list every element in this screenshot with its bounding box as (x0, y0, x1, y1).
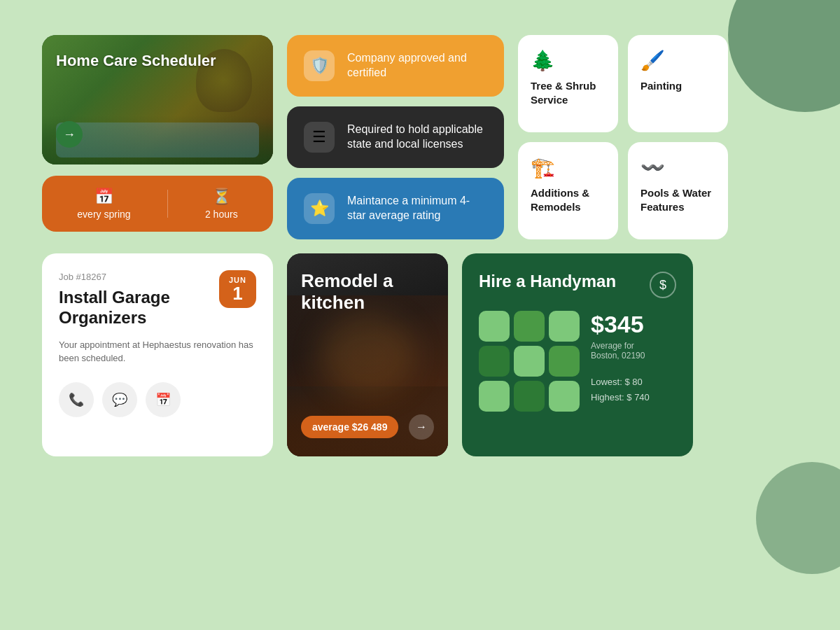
handyman-body: $345 Average for Boston, 02190 Lowest: $… (479, 311, 676, 412)
remodel-bottom: average $26 489 → (301, 414, 434, 440)
service-card-tree[interactable]: 🌲 Tree & Shrub Service (518, 35, 618, 132)
handyman-highest: Highest: $ 740 (591, 390, 676, 405)
calendar-button[interactable]: 📅 (146, 382, 181, 417)
job-description: Your appointment at Hephaestus renovatio… (59, 338, 256, 365)
service-pools-name: Pools & Water Features (640, 186, 715, 214)
grid-block-1 (479, 311, 510, 342)
schedule-item-duration: ⏳ 2 hours (205, 188, 238, 220)
home-care-arrow-button[interactable]: → (56, 121, 83, 148)
handyman-grid (479, 311, 580, 412)
job-date-badge: JUN 1 (219, 270, 256, 308)
remodel-arrow[interactable]: → (409, 414, 434, 440)
job-date-day: 1 (229, 284, 246, 302)
badge-licenses-text: Required to hold applicable state and lo… (347, 122, 487, 152)
schedule-frequency-label: every spring (77, 209, 130, 220)
grid-block-5 (514, 346, 545, 377)
handyman-card: Hire a Handyman $ $345 (462, 253, 693, 456)
painting-icon: 🖌️ (640, 49, 715, 72)
handyman-price-info: $345 Average for Boston, 02190 Lowest: $… (591, 311, 676, 405)
grid-block-7 (479, 381, 510, 412)
job-card: Job #18267 Install Garage Organizers JUN… (42, 253, 273, 456)
job-actions: 📞 💬 📅 (59, 382, 256, 417)
star-icon: ⭐ (304, 193, 335, 224)
remodel-price-badge: average $26 489 (301, 416, 398, 438)
badge-licenses: ☰ Required to hold applicable state and … (287, 106, 504, 168)
schedule-divider (167, 190, 168, 218)
message-button[interactable]: 💬 (102, 382, 137, 417)
schedule-item-frequency: 📅 every spring (77, 188, 130, 220)
shield-icon: 🛡️ (304, 50, 335, 81)
grid-block-2 (514, 311, 545, 342)
remodel-title: Remodel a kitchen (301, 270, 434, 314)
badge-approved: 🛡️ Company approved and certified (287, 35, 504, 97)
pools-icon: 〰️ (640, 156, 715, 179)
handyman-header: Hire a Handyman $ (479, 272, 676, 298)
handyman-title: Hire a Handyman (479, 272, 616, 292)
service-additions-name: Additions & Remodels (531, 186, 606, 214)
home-care-overlay: Home Care Scheduler → (42, 35, 273, 164)
grid-block-8 (514, 381, 545, 412)
column-3: 🌲 Tree & Shrub Service 🖌️ Painting 🏗️ Ad… (518, 35, 728, 239)
service-painting-name: Painting (640, 79, 715, 93)
calendar-icon: 📅 (94, 188, 113, 206)
service-card-additions[interactable]: 🏗️ Additions & Remodels (518, 142, 618, 239)
handyman-price: $345 (591, 311, 676, 338)
call-button[interactable]: 📞 (59, 382, 94, 417)
handyman-average-label: Average for Boston, 02190 (591, 341, 676, 360)
list-icon: ☰ (304, 122, 335, 153)
remodel-card[interactable]: Remodel a kitchen average $26 489 → (287, 253, 448, 456)
badge-rating: ⭐ Maintance a minimum 4-star average rat… (287, 178, 504, 239)
hourglass-icon: ⏳ (212, 188, 231, 206)
remodel-content: Remodel a kitchen average $26 489 → (287, 253, 448, 456)
column-2: 🛡️ Company approved and certified ☰ Requ… (287, 35, 504, 239)
home-care-title: Home Care Scheduler (56, 52, 259, 70)
additions-icon: 🏗️ (531, 156, 606, 179)
column-1: Home Care Scheduler → 📅 every spring ⏳ 2… (42, 35, 273, 239)
handyman-lowest: Lowest: $ 80 (591, 374, 676, 390)
service-card-painting[interactable]: 🖌️ Painting (628, 35, 728, 132)
tree-icon: 🌲 (531, 49, 606, 72)
service-card-pools[interactable]: 〰️ Pools & Water Features (628, 142, 728, 239)
badge-approved-text: Company approved and certified (347, 51, 487, 80)
grid-block-4 (479, 346, 510, 377)
service-tree-name: Tree & Shrub Service (531, 79, 606, 106)
schedule-duration-label: 2 hours (205, 209, 238, 220)
schedule-card: 📅 every spring ⏳ 2 hours (42, 176, 273, 232)
grid-block-9 (549, 381, 580, 412)
handyman-range: Lowest: $ 80 Highest: $ 740 (591, 374, 676, 405)
grid-block-3 (549, 311, 580, 342)
grid-block-6 (549, 346, 580, 377)
badge-rating-text: Maintance a minimum 4-star average ratin… (347, 194, 487, 223)
dollar-icon: $ (650, 272, 676, 298)
home-care-card[interactable]: Home Care Scheduler → (42, 35, 273, 164)
